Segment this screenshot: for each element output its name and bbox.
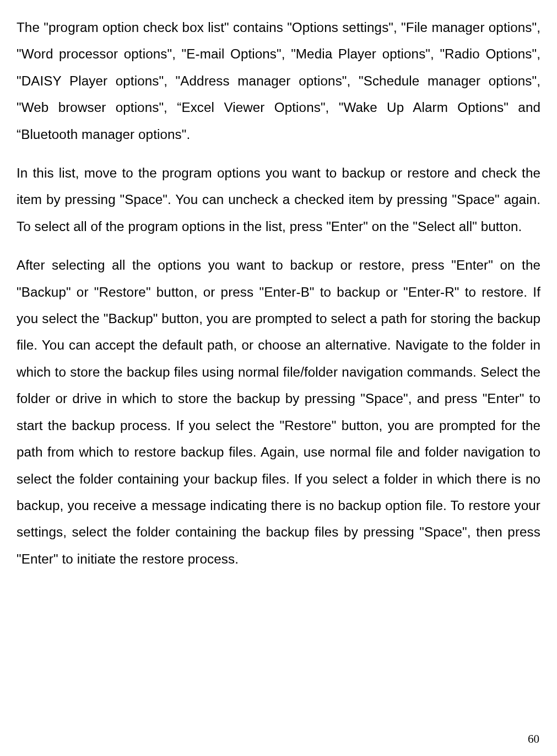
body-paragraph-2: In this list, move to the program option… [17,160,540,240]
body-paragraph-1: The "program option check box list" cont… [17,14,540,148]
page-number: 60 [528,732,539,746]
body-paragraph-3: After selecting all the options you want… [17,252,540,572]
